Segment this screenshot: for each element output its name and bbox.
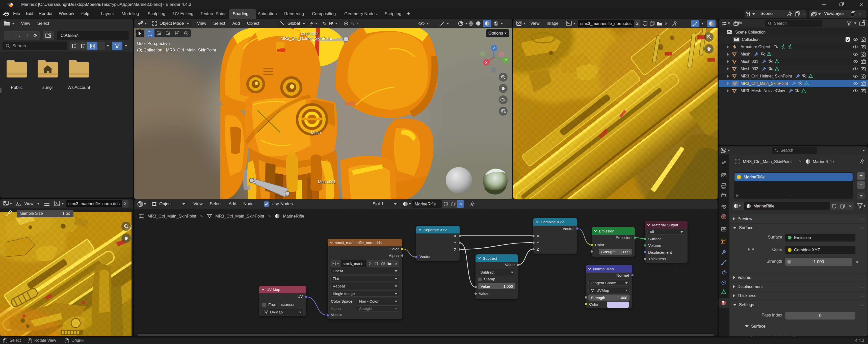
svg-text:Z: Z — [493, 46, 495, 50]
svg-text:X: X — [485, 61, 488, 64]
svg-text:Y: Y — [505, 58, 507, 62]
